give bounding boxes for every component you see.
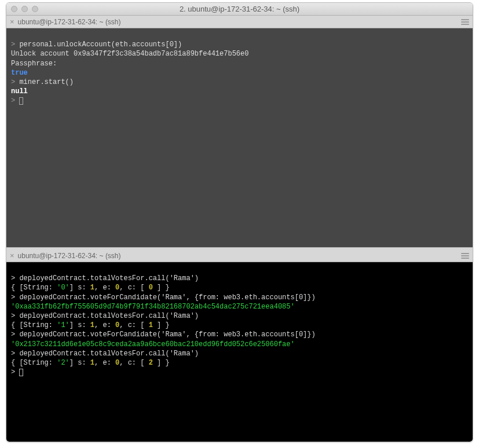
terminal-pane-bottom[interactable]: > deployedContract.totalVotesFor.call('R… <box>6 262 473 442</box>
out: ] s: <box>70 321 90 329</box>
out-str: '2' <box>57 359 70 367</box>
out-str: '1' <box>57 321 70 329</box>
out: , c: [ <box>119 284 148 292</box>
out: , e: <box>94 284 115 292</box>
zoom-icon[interactable] <box>32 6 38 12</box>
out-num: 1 <box>90 284 94 292</box>
prompt: > <box>11 41 19 49</box>
cmd-total-votes: deployedContract.totalVotesFor.call('Ram… <box>19 274 199 282</box>
out-num: 1 <box>90 321 94 329</box>
out-str: '0' <box>57 284 70 292</box>
tab-label-top[interactable]: ubuntu@ip-172-31-62-34: ~ (ssh) <box>18 18 121 26</box>
prompt: > <box>11 350 19 358</box>
traffic-lights <box>11 6 38 12</box>
out: { [String: <box>11 359 57 367</box>
prompt: > <box>11 78 19 86</box>
out: ] } <box>153 321 170 329</box>
out: , e: <box>94 359 115 367</box>
output-null: null <box>11 87 28 96</box>
out-num: 2 <box>149 359 153 367</box>
prompt: > <box>11 312 19 320</box>
cmd-miner-start: miner.start() <box>19 78 74 86</box>
cursor-icon <box>19 369 23 376</box>
cmd-total-votes: deployedContract.totalVotesFor.call('Ram… <box>19 312 199 320</box>
txhash: '0xaa331fb62fbf755605d9d74b9f791f34b8216… <box>11 303 295 311</box>
txhash: '0x2137c3211dd6e1e05c8c9ceda2aa9a6bce60b… <box>11 340 295 348</box>
prompt: > <box>11 293 19 302</box>
cmd-vote: deployedContract.voteForCandidate('Rama'… <box>19 293 315 302</box>
out: { [String: <box>11 321 57 329</box>
out: ] s: <box>70 284 90 292</box>
cmd-total-votes: deployedContract.totalVotesFor.call('Ram… <box>19 350 199 358</box>
window-title: 2. ubuntu@ip-172-31-62-34: ~ (ssh) <box>6 5 473 13</box>
terminal-pane-top[interactable]: > personal.unlockAccount(eth.accounts[0]… <box>6 28 473 247</box>
menu-icon[interactable] <box>461 253 469 259</box>
prompt: > <box>11 368 19 376</box>
out: , c: [ <box>119 359 148 367</box>
titlebar[interactable]: 2. ubuntu@ip-172-31-62-34: ~ (ssh) <box>6 3 473 16</box>
tab-label-bottom[interactable]: ubuntu@ip-172-31-62-34: ~ (ssh) <box>18 252 121 260</box>
cursor-icon <box>19 97 23 105</box>
tabbar-bottom: × ubuntu@ip-172-31-62-34: ~ (ssh) <box>6 249 473 262</box>
prompt: > <box>11 97 19 105</box>
out: , e: <box>94 321 115 329</box>
out: ] } <box>153 284 170 292</box>
out: { [String: <box>11 284 57 292</box>
prompt: > <box>11 331 19 339</box>
output-line: Passphrase: <box>11 60 57 68</box>
terminal-window: 2. ubuntu@ip-172-31-62-34: ~ (ssh) × ubu… <box>6 2 473 442</box>
prompt: > <box>11 274 19 282</box>
close-tab-icon[interactable]: × <box>10 251 14 260</box>
out-num: 1 <box>90 359 94 367</box>
out: ] } <box>153 359 170 367</box>
menu-icon[interactable] <box>461 19 469 25</box>
close-icon[interactable] <box>11 6 17 12</box>
minimize-icon[interactable] <box>21 6 28 12</box>
close-tab-icon[interactable]: × <box>10 17 14 26</box>
output-line: Unlock account 0x9a347f2f3c38a54badb7ac8… <box>11 50 248 58</box>
output-true: true <box>11 69 28 77</box>
cmd-vote: deployedContract.voteForCandidate('Rama'… <box>19 331 315 339</box>
out: ] s: <box>70 359 90 367</box>
out-num: 0 <box>149 284 153 292</box>
cmd-unlock: personal.unlockAccount(eth.accounts[0]) <box>19 41 182 49</box>
out: , c: [ <box>119 321 148 329</box>
out-num: 1 <box>149 321 153 329</box>
tabbar-top: × ubuntu@ip-172-31-62-34: ~ (ssh) <box>6 16 473 28</box>
